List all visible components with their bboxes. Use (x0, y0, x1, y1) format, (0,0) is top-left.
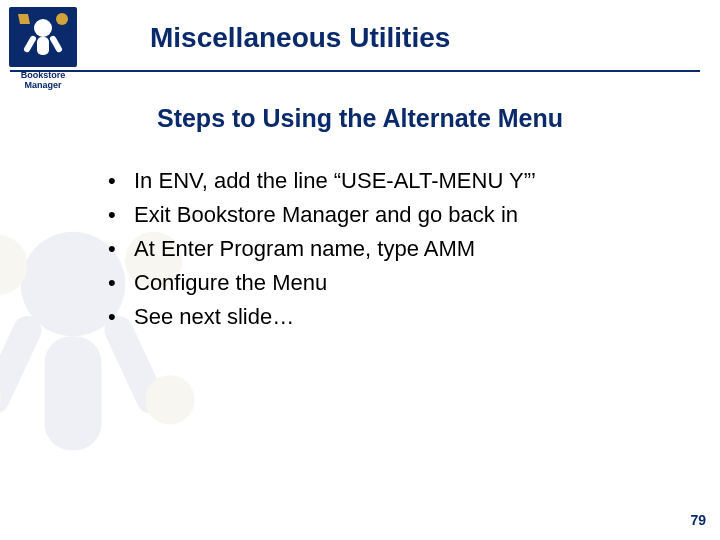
svg-point-9 (34, 19, 52, 37)
list-item: In ENV, add the line “USE-ALT-MENU Y”’ (108, 164, 680, 198)
slide: Bookstore Manager Miscellaneous Utilitie… (0, 0, 720, 540)
svg-text:Manager: Manager (24, 80, 62, 90)
bullet-text: In ENV, add the line “USE-ALT-MENU Y”’ (134, 168, 536, 193)
bullet-text: See next slide… (134, 304, 294, 329)
bookstore-manager-logo-icon: Bookstore Manager (8, 6, 78, 90)
list-item: Exit Bookstore Manager and go back in (108, 198, 680, 232)
list-item: Configure the Menu (108, 266, 680, 300)
bullet-text: Configure the Menu (134, 270, 327, 295)
list-item: At Enter Program name, type AMM (108, 232, 680, 266)
slide-subtitle: Steps to Using the Alternate Menu (0, 104, 720, 133)
page-number: 79 (690, 512, 706, 528)
bullet-text: At Enter Program name, type AMM (134, 236, 475, 261)
slide-title: Miscellaneous Utilities (90, 22, 696, 64)
title-divider (10, 70, 700, 72)
svg-rect-10 (37, 37, 49, 55)
list-item: See next slide… (108, 300, 680, 334)
title-area: Miscellaneous Utilities (90, 22, 696, 64)
svg-point-14 (56, 13, 68, 25)
bullet-list: In ENV, add the line “USE-ALT-MENU Y”’ E… (108, 164, 680, 334)
svg-marker-13 (18, 14, 30, 24)
bullet-text: Exit Bookstore Manager and go back in (134, 202, 518, 227)
